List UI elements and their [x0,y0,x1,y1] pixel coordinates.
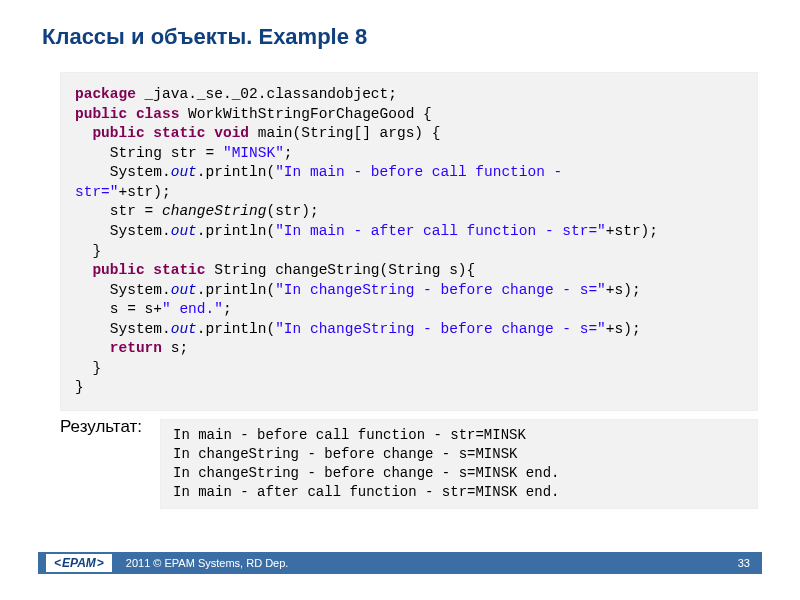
code-text: s; [162,340,188,356]
code-text: s = s+ [75,301,162,317]
copyright-text: 2011 © EPAM Systems, RD Dep. [126,557,289,569]
kw-public-static: public static [75,262,206,278]
method-call: changeString [162,203,266,219]
code-text: .println( [197,164,275,180]
code-text: (str); [266,203,318,219]
string-literal: "In changeString - before change - s=" [275,282,606,298]
slide-title: Классы и объекты. Example 8 [0,0,800,50]
kw-package: package [75,86,136,102]
code-text: } [75,360,101,376]
code-text: +s); [606,282,641,298]
code-text: +s); [606,321,641,337]
code-text: ; [223,301,232,317]
code-text: } [75,379,84,395]
code-text: System. [75,321,171,337]
code-text: main(String[] args) { [249,125,440,141]
footer-bar: EPAM 2011 © EPAM Systems, RD Dep. 33 [38,552,762,574]
epam-logo: EPAM [46,554,112,572]
code-block: package _java._se._02.classandobject; pu… [60,72,758,411]
code-text: System. [75,164,171,180]
code-text: .println( [197,223,275,239]
string-literal: "In main - after call function - str=" [275,223,606,239]
code-text: ; [284,145,293,161]
field-out: out [171,223,197,239]
code-text: +str); [119,184,171,200]
output-block: In main - before call function - str=MIN… [160,419,758,509]
code-text: .println( [197,321,275,337]
code-text: } [75,243,101,259]
kw-public-class: public class [75,106,179,122]
string-literal: "MINSK" [223,145,284,161]
code-text: +str); [606,223,658,239]
field-out: out [171,164,197,180]
code-text: String str = [75,145,223,161]
code-text: _java._se._02.classandobject; [136,86,397,102]
kw-return: return [75,340,162,356]
code-text: str = [75,203,162,219]
code-text: System. [75,282,171,298]
code-text: WorkWithStringForChageGood { [179,106,431,122]
kw-public-static-void: public static void [75,125,249,141]
field-out: out [171,321,197,337]
code-text: System. [75,223,171,239]
string-literal: " end." [162,301,223,317]
code-text: String changeString(String s){ [206,262,476,278]
field-out: out [171,282,197,298]
code-text: .println( [197,282,275,298]
slide: Классы и объекты. Example 8 package _jav… [0,0,800,600]
page-number: 33 [738,557,750,569]
string-literal: "In changeString - before change - s=" [275,321,606,337]
